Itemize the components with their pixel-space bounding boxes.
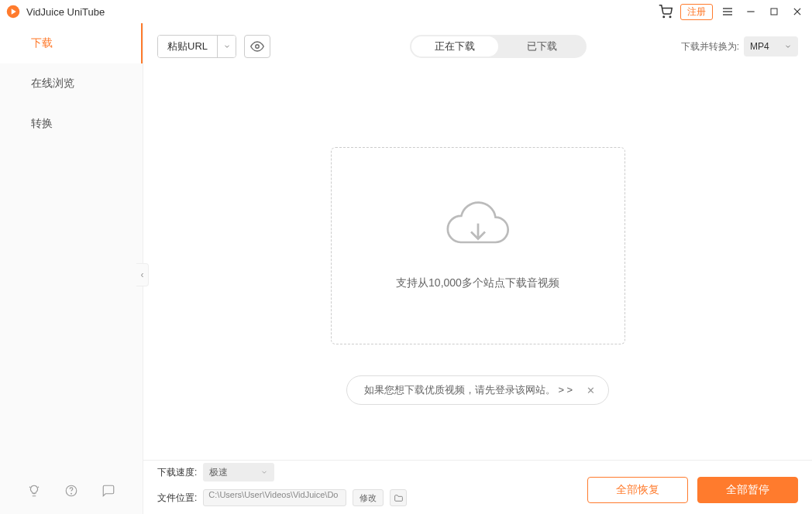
tab-downloading[interactable]: 正在下载 <box>411 36 498 57</box>
app-title: VidJuice UniTube <box>26 6 657 18</box>
sidebar-item-label: 下载 <box>31 36 53 50</box>
cart-icon[interactable] <box>657 3 674 20</box>
svg-line-11 <box>29 486 30 487</box>
hint-text: 如果您想下载优质视频，请先登录该网站。 > > <box>364 383 573 397</box>
convert-label: 下载并转换为: <box>681 40 739 53</box>
monitor-clipboard-button[interactable] <box>244 35 270 58</box>
svg-line-12 <box>38 486 39 487</box>
speed-label: 下载速度: <box>157 466 197 479</box>
maximize-icon[interactable] <box>766 3 783 20</box>
help-icon[interactable] <box>64 484 78 500</box>
sidebar: 下载 在线浏览 转换 ‹ <box>0 23 143 514</box>
close-hint-icon[interactable]: ✕ <box>583 383 597 397</box>
feedback-icon[interactable] <box>102 484 115 500</box>
close-icon[interactable] <box>789 3 806 20</box>
sidebar-item-label: 在线浏览 <box>31 77 74 91</box>
svg-point-2 <box>663 16 665 18</box>
svg-point-14 <box>71 493 72 494</box>
cloud-download-icon <box>443 201 513 258</box>
sidebar-item-download[interactable]: 下载 <box>0 23 143 63</box>
paste-url-dropdown[interactable] <box>217 36 236 57</box>
pause-all-button[interactable]: 全部暂停 <box>697 477 798 503</box>
save-path-field[interactable]: C:\Users\User\Videos\VidJuice\Do <box>203 489 346 506</box>
menu-icon[interactable] <box>719 3 736 20</box>
sidebar-item-browse[interactable]: 在线浏览 <box>0 63 143 104</box>
resume-all-button[interactable]: 全部恢复 <box>587 477 688 503</box>
open-folder-icon[interactable] <box>390 489 407 506</box>
drop-zone-text: 支持从10,000多个站点下载音视频 <box>396 276 559 290</box>
path-label: 文件位置: <box>157 492 197 505</box>
lightbulb-icon[interactable] <box>27 484 41 500</box>
convert-format-select[interactable]: MP4 <box>744 36 798 57</box>
minimize-icon[interactable] <box>742 3 759 20</box>
svg-rect-8 <box>771 9 777 15</box>
paste-url-button[interactable]: 粘贴URL <box>158 36 217 57</box>
login-hint[interactable]: 如果您想下载优质视频，请先登录该网站。 > > ✕ <box>346 375 609 405</box>
app-logo-icon <box>6 5 20 19</box>
tab-downloaded[interactable]: 已下载 <box>498 36 585 57</box>
svg-point-15 <box>256 45 260 49</box>
register-button[interactable]: 注册 <box>680 4 713 20</box>
drop-zone[interactable]: 支持从10,000多个站点下载音视频 <box>331 147 625 344</box>
svg-point-3 <box>669 16 671 18</box>
modify-path-button[interactable]: 修改 <box>353 489 384 506</box>
sidebar-item-convert[interactable]: 转换 <box>0 104 143 144</box>
speed-select[interactable]: 极速 <box>203 463 274 481</box>
sidebar-item-label: 转换 <box>31 117 53 131</box>
